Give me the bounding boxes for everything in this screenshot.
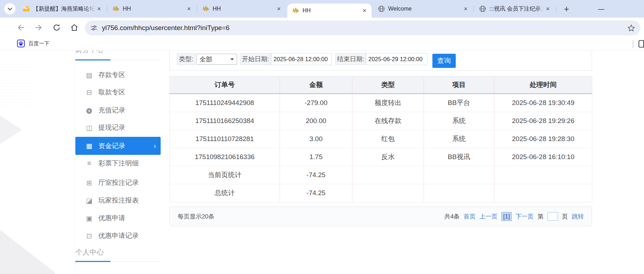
sidebar-item-promo-apply[interactable]: ▣ 优惠申请 [75,209,161,227]
address-bar[interactable]: yl756.com/hhcp/usercenter.html?iniType=6 [85,21,640,35]
reload-button[interactable] [52,23,62,33]
tab-strip: 【新提醒】海燕策略论坛结 × HH × HH × HH × Welcome × [0,0,644,18]
end-date-input[interactable] [366,53,427,65]
end-date-label: 结束日期: [335,53,366,65]
url-text[interactable]: yl756.com/hhcp/usercenter.html?iniType=6 [102,24,627,32]
sidebar-item-deposit-zone[interactable]: ▤ 存款专区 [75,66,161,84]
hh-logo-icon [113,5,120,12]
table-row: 1751110249442908 -279.00 额度转出 BB平台 2025-… [170,94,592,112]
browser-tab[interactable]: HH × [108,0,196,18]
cell-process-time: 2025-06-28 19:28:30 [494,130,592,148]
back-button[interactable] [16,23,25,33]
browser-tab-active[interactable]: HH × [287,4,372,18]
page-size-text: 每页显示20条 [178,212,214,221]
forum-mail-icon [23,5,30,12]
cell-order-no: 1751098210616336 [170,148,280,166]
forward-button[interactable] [34,23,44,33]
tab-close-icon[interactable]: × [462,5,469,12]
sidebar-item-withdraw-zone[interactable]: ⊟ 取款专区 [75,83,161,101]
jump-page-input[interactable] [547,212,558,221]
select-caret-icon [230,58,234,60]
tab-close-icon[interactable]: × [185,5,192,12]
hall-bet-list-icon: ⊞ [85,179,93,187]
bookmark-baidu[interactable]: 百度一下 [17,40,50,47]
sidebar-item-withdraw-record[interactable]: ◫ 提现记录 [75,119,161,136]
col-order-no: 订单号 [170,76,280,94]
side-panel-icon[interactable] [638,40,644,49]
first-page-link[interactable]: 首页 [464,212,476,221]
globe-icon [378,5,385,12]
sidebar-item-funds-record[interactable]: ▦ 资金记录 › [75,137,161,155]
browser-window: 【新提醒】海燕策略论坛结 × HH × HH × HH × Welcome × [0,0,644,274]
col-project: 项目 [424,76,494,94]
funds-record-table: 订单号 金额 类型 项目 处理时间 1751110249442908 -279.… [169,76,592,202]
table-summary-row-total: 总统计 -74.25 [170,184,592,202]
bookmarks-separator [633,40,633,48]
section-underline-accent [75,59,110,60]
cell-amount: 3.00 [280,130,352,148]
sidebar-item-recharge-record[interactable]: ¥ 充值记录 [75,101,161,119]
funds-cards-icon: ▦ [85,142,93,150]
tab-search-button[interactable] [4,3,16,14]
start-date-input[interactable] [271,53,332,65]
cell-type: 红包 [352,130,424,148]
cell-project: 系统 [424,130,494,148]
globe-icon [479,5,486,12]
back-arrow-icon [16,23,25,32]
table-summary-row-page: 当前页统计 -74.25 [170,166,592,184]
window-minimize-button[interactable]: — [596,4,606,14]
current-page-indicator: [1] [501,212,512,221]
tab-close-icon[interactable]: × [275,5,282,12]
tab-separator [197,6,197,12]
sidebar-item-hall-bet-record[interactable]: ⊞ 厅室投注记录 [75,174,161,192]
table-row: 1751110166250384 200.00 在线存款 系统 2025-06-… [170,112,592,130]
start-date-label: 开始日期: [240,53,271,65]
table-header-row: 订单号 金额 类型 项目 处理时间 [170,76,592,94]
browser-tab[interactable]: Welcome × [373,0,473,18]
bookmark-star-icon[interactable] [627,24,636,32]
next-page-link[interactable]: 下一页 [516,212,534,221]
promo-record-icon: ⊡ [85,232,93,240]
sidebar-item-promo-record[interactable]: ⊡ 优惠申请记录 [75,227,161,245]
hh-logo-icon [202,5,209,12]
promo-apply-icon: ▣ [85,214,93,222]
tab-separator [107,6,107,12]
cell-type: 额度转出 [352,94,424,112]
recharge-moneybag-icon: ¥ [85,106,93,114]
tab-close-icon[interactable]: × [96,5,103,12]
jump-link[interactable]: 跳转 [572,212,584,221]
withdraw-cards-icon: ◫ [85,124,93,132]
bookmarks-bar: 百度一下 [0,37,644,51]
site-info-icon[interactable] [90,24,98,32]
tab-title: 【新提醒】海燕策略论坛结 [33,5,96,13]
browser-tab[interactable]: 【新提醒】海燕策略论坛结 × [18,0,106,18]
chevron-right-icon: › [154,142,156,150]
prev-page-link[interactable]: 上一页 [479,212,498,221]
browser-tab[interactable]: HH × [197,0,286,18]
tab-close-icon[interactable]: × [361,7,368,14]
cell-summary-amount: -74.25 [280,184,352,202]
home-icon [70,23,79,32]
browser-toolbar: yl756.com/hhcp/usercenter.html?iniType=6 [0,18,644,37]
search-button[interactable]: 查询 [432,54,456,68]
cell-order-no: 1751110249442908 [170,94,280,112]
new-tab-button[interactable]: + [561,4,572,14]
type-label: 类型: [177,53,195,65]
player-report-icon: ◪ [85,197,93,205]
cell-order-no: 1751110110728281 [170,130,280,148]
home-button[interactable] [69,23,79,33]
tab-close-icon[interactable]: × [544,5,551,12]
sidebar-item-lottery-bet-detail[interactable]: ≡ 彩票下注明细 [75,155,161,172]
tab-separator [473,6,474,12]
sidebar-item-messages[interactable]: 消息公告 [75,270,161,274]
sidebar-item-player-bet-report[interactable]: ◪ 玩家投注报表 [75,192,161,209]
type-select[interactable]: 全部 [196,54,237,65]
chevron-down-icon [7,6,13,12]
tab-title: Welcome [388,6,462,12]
decorative-triangle [0,116,22,144]
cell-type: 反水 [352,148,424,166]
pagination-bar: 每页显示20条 共4条 首页 上一页 [1] 下一页 第 页 跳转 [169,206,592,226]
jump-prefix-text: 第 [537,212,544,221]
browser-tab[interactable]: :::视讯 会员下注纪录::: × [474,0,555,18]
decorative-dots [0,53,39,106]
